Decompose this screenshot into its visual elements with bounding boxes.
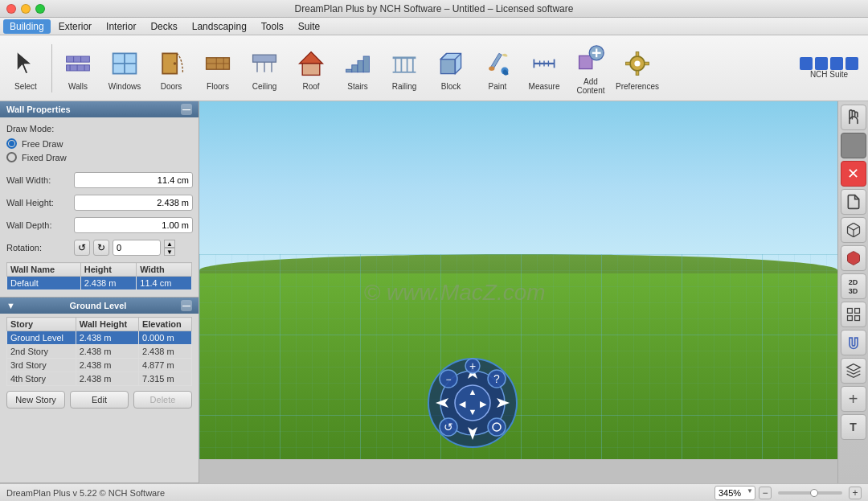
tool-stairs[interactable]: Stairs bbox=[335, 39, 380, 98]
svg-text:↺: ↺ bbox=[444, 421, 453, 433]
rotation-input[interactable] bbox=[113, 240, 161, 256]
tool-doors[interactable]: Doors bbox=[149, 39, 194, 98]
zoom-out-button[interactable]: − bbox=[759, 487, 772, 499]
layers-button[interactable] bbox=[841, 358, 866, 384]
zoom-select-wrapper[interactable]: 100% 200% 345% 400% 500% bbox=[714, 486, 755, 500]
viewport[interactable]: © www.MacZ.com ? bbox=[199, 101, 837, 483]
svg-rect-82 bbox=[854, 316, 859, 321]
rotate-cw-button[interactable]: ↻ bbox=[93, 240, 109, 256]
wall-table-header-width: Width bbox=[137, 263, 192, 277]
svg-rect-53 bbox=[636, 71, 639, 75]
menu-landscaping[interactable]: Landscaping bbox=[186, 19, 253, 34]
wall-width-label: Wall Width: bbox=[6, 175, 71, 185]
story-table-row[interactable]: 2nd Story2.438 m2.438 m bbox=[7, 345, 192, 359]
ground-level-buttons: New Story Edit Delete bbox=[0, 386, 199, 413]
tool-select[interactable]: Select bbox=[3, 39, 48, 98]
window-controls[interactable] bbox=[6, 4, 45, 14]
measure-icon bbox=[528, 47, 560, 80]
hand-tool-button[interactable] bbox=[841, 105, 866, 130]
svg-text:+: + bbox=[469, 359, 476, 372]
view-2d-button[interactable] bbox=[841, 133, 866, 158]
rotation-spinner: ▲ ▼ bbox=[164, 240, 175, 256]
menu-interior[interactable]: Interior bbox=[100, 19, 142, 34]
story-table-row[interactable]: Ground Level2.438 m0.000 m bbox=[7, 331, 192, 345]
tool-windows-label: Windows bbox=[108, 82, 141, 91]
radio-fixed-draw[interactable]: Fixed Draw bbox=[6, 152, 192, 162]
maximize-button[interactable] bbox=[35, 4, 45, 14]
add-button[interactable]: + bbox=[841, 386, 866, 412]
delete-element-button[interactable]: ✕ bbox=[841, 161, 866, 187]
wall-height-input[interactable] bbox=[74, 195, 193, 211]
zoom-slider-track[interactable] bbox=[778, 491, 842, 495]
wall-width-input[interactable] bbox=[74, 172, 193, 188]
wall-properties-collapse[interactable]: — bbox=[181, 104, 192, 115]
tool-railing[interactable]: Railing bbox=[382, 39, 427, 98]
zoom-in-button[interactable]: + bbox=[849, 487, 862, 499]
menu-suite[interactable]: Suite bbox=[292, 19, 326, 34]
rotation-down[interactable]: ▼ bbox=[164, 248, 175, 256]
2d3d-toggle-button[interactable]: 2D3D bbox=[841, 273, 866, 299]
zoom-select[interactable]: 100% 200% 345% 400% 500% bbox=[714, 486, 755, 500]
wall-table-row[interactable]: Default2.438 m11.4 cm bbox=[7, 277, 192, 290]
ground-level-header[interactable]: ▼ Ground Level — bbox=[0, 298, 199, 314]
tool-paint-label: Paint bbox=[489, 82, 507, 91]
svg-rect-83 bbox=[847, 316, 852, 321]
ceiling-icon bbox=[248, 47, 280, 80]
statusbar-zoom: 100% 200% 345% 400% 500% − + bbox=[714, 486, 862, 500]
radio-free-draw-circle bbox=[6, 138, 17, 149]
story-row-elevation: 7.315 m bbox=[138, 372, 191, 386]
solid-3d-button[interactable] bbox=[841, 245, 866, 271]
tool-paint[interactable]: Paint bbox=[475, 39, 520, 98]
3d-view-button[interactable] bbox=[841, 217, 866, 243]
story-row-wall-height: 2.438 m bbox=[76, 345, 138, 359]
nch-suite-button[interactable]: NCH Suite bbox=[793, 54, 865, 82]
tool-floors-label: Floors bbox=[207, 82, 229, 91]
wall-row-width: 11.4 cm bbox=[137, 277, 192, 290]
story-table-row[interactable]: 4th Story2.438 m7.315 m bbox=[7, 372, 192, 386]
new-story-button[interactable]: New Story bbox=[6, 391, 65, 409]
floors-icon bbox=[202, 47, 234, 80]
svg-rect-81 bbox=[854, 309, 859, 314]
tool-roof[interactable]: Roof bbox=[289, 39, 334, 98]
rotate-ccw-button[interactable]: ↺ bbox=[74, 240, 90, 256]
tool-block[interactable]: Block bbox=[428, 39, 473, 98]
menu-building[interactable]: Building bbox=[3, 19, 51, 34]
svg-point-38 bbox=[489, 66, 494, 70]
tool-preferences[interactable]: Preferences bbox=[615, 39, 660, 98]
rotation-up[interactable]: ▲ bbox=[164, 240, 175, 248]
wall-properties-header[interactable]: Wall Properties — bbox=[0, 101, 199, 117]
delete-button[interactable]: Delete bbox=[133, 391, 192, 409]
tool-measure[interactable]: Measure bbox=[522, 39, 567, 98]
nav-compass[interactable]: ? − ↺ ▲ ▼ ◀ ▶ + bbox=[424, 355, 521, 451]
menu-tools[interactable]: Tools bbox=[255, 19, 290, 34]
story-table-row[interactable]: 3rd Story2.438 m4.877 m bbox=[7, 359, 192, 372]
edit-button[interactable]: Edit bbox=[70, 391, 129, 409]
wall-height-label: Wall Height: bbox=[6, 198, 71, 207]
grid-button[interactable] bbox=[841, 302, 866, 327]
wall-depth-label: Wall Depth: bbox=[6, 220, 71, 230]
wall-row-height: 2.438 m bbox=[80, 277, 137, 290]
svg-rect-33 bbox=[440, 59, 455, 73]
menu-decks[interactable]: Decks bbox=[144, 19, 183, 34]
stairs-icon bbox=[342, 47, 374, 80]
tool-windows[interactable]: Windows bbox=[102, 39, 147, 98]
radio-free-draw[interactable]: Free Draw bbox=[6, 138, 192, 149]
minimize-button[interactable] bbox=[21, 4, 31, 14]
svg-rect-23 bbox=[346, 69, 352, 72]
wall-depth-input[interactable] bbox=[74, 217, 193, 233]
tool-ceiling[interactable]: Ceiling bbox=[242, 39, 287, 98]
paint-icon bbox=[481, 47, 514, 80]
ground-level-title: Ground Level bbox=[69, 301, 126, 310]
new-document-button[interactable] bbox=[841, 189, 866, 215]
tool-floors[interactable]: Floors bbox=[195, 39, 240, 98]
tool-add-content-label: Add Content bbox=[570, 77, 612, 95]
tool-walls[interactable]: Walls bbox=[55, 39, 100, 98]
text-tool-button[interactable]: T bbox=[841, 414, 866, 440]
close-button[interactable] bbox=[6, 4, 16, 14]
tool-add-content[interactable]: Add Content bbox=[568, 39, 613, 98]
ground-level-collapse[interactable]: — bbox=[181, 300, 192, 311]
snap-magnet-button[interactable] bbox=[841, 330, 866, 355]
menu-exterior[interactable]: Exterior bbox=[52, 19, 98, 34]
rotation-label: Rotation: bbox=[6, 243, 71, 253]
wall-table-header-height: Height bbox=[80, 263, 137, 277]
